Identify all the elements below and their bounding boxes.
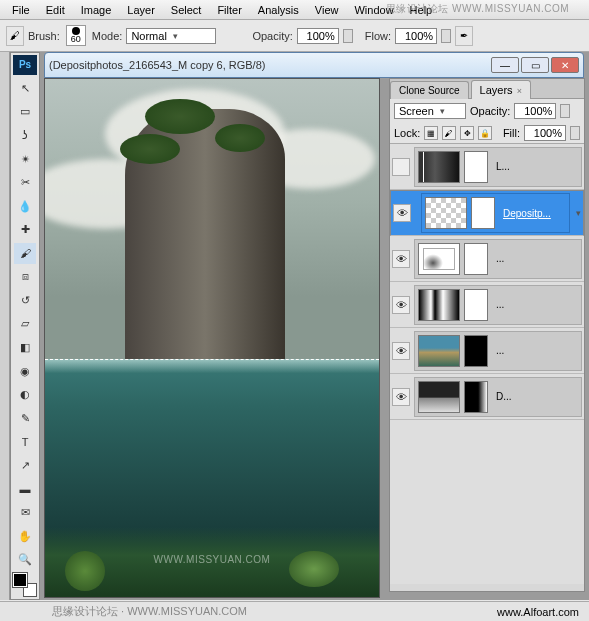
mode-select[interactable]: Normal [126,28,216,44]
eyedropper-tool-icon[interactable]: 💧 [14,195,36,217]
zoom-tool-icon[interactable]: 🔍 [14,549,36,571]
footer-watermark: 思缘设计论坛 · WWW.MISSYUAN.COM [52,604,247,619]
blend-mode-select[interactable]: Screen [394,103,466,119]
tab-clone-source[interactable]: Clone Source [390,81,469,99]
layer-mask-thumb[interactable] [464,335,488,367]
layer-name: ... [496,253,504,264]
layer-mask-thumb[interactable] [464,243,488,275]
options-bar: 🖌 Brush: 60 Mode: Normal Opacity: 100% F… [0,20,589,52]
layer-thumb[interactable] [418,243,460,275]
layer-thumb[interactable] [418,289,460,321]
watermark-top: 思缘设计论坛 WWW.MISSYUAN.COM [386,2,569,16]
layers-panel: Clone Source Layers× Screen Opacity: 100… [389,78,585,592]
lasso-tool-icon[interactable]: ʖ [14,125,36,147]
visibility-toggle-icon[interactable]: 👁 [392,250,410,268]
notes-tool-icon[interactable]: ✉ [14,502,36,524]
history-brush-tool-icon[interactable]: ↺ [14,290,36,312]
lock-pixels-icon[interactable]: 🖌 [442,126,456,140]
layer-name: Depositp... [503,208,551,219]
opacity-arrow-icon[interactable] [560,104,570,118]
stamp-tool-icon[interactable]: ⧇ [14,266,36,288]
healing-tool-icon[interactable]: ✚ [14,219,36,241]
menu-select[interactable]: Select [163,2,210,18]
visibility-toggle-icon[interactable] [392,158,410,176]
opacity-flyout-icon[interactable] [343,29,353,43]
layer-row[interactable]: L... [390,144,584,190]
layer-mask-thumb[interactable] [471,197,495,229]
shape-tool-icon[interactable]: ▬ [14,478,36,500]
path-tool-icon[interactable]: ↗ [14,455,36,477]
opacity-label: Opacity: [252,30,292,42]
layer-thumb[interactable] [418,151,460,183]
document-titlebar[interactable]: (Depositphotos_2166543_M copy 6, RGB/8) … [44,52,584,78]
dodge-tool-icon[interactable]: ◐ [14,384,36,406]
dock-strip [0,52,10,600]
selection-marquee [45,359,379,439]
layer-row[interactable]: 👁 ... [390,282,584,328]
type-tool-icon[interactable]: T [14,431,36,453]
footer-bar: 思缘设计论坛 · WWW.MISSYUAN.COM www.Alfoart.co… [0,601,589,621]
menu-edit[interactable]: Edit [38,2,73,18]
menu-file[interactable]: File [4,2,38,18]
wand-tool-icon[interactable]: ✴ [14,148,36,170]
brush-size-value: 60 [71,35,81,44]
minimize-button[interactable]: — [491,57,519,73]
opacity-input[interactable]: 100% [297,28,339,44]
layer-list: L... 👁 Depositp... 👁 ... 👁 ... 👁 ... 👁 D… [390,144,584,584]
layer-row[interactable]: 👁 D... [390,374,584,420]
flow-flyout-icon[interactable] [441,29,451,43]
blur-tool-icon[interactable]: ◉ [14,360,36,382]
layer-row[interactable]: 👁 ... [390,328,584,374]
maximize-button[interactable]: ▭ [521,57,549,73]
close-icon[interactable]: × [517,86,522,96]
footer-credit: www.Alfoart.com [497,606,579,618]
lock-all-icon[interactable]: 🔒 [478,126,492,140]
layer-mask-thumb[interactable] [464,381,488,413]
visibility-toggle-icon[interactable]: 👁 [392,342,410,360]
move-tool-icon[interactable]: ↖ [14,78,36,100]
fill-input[interactable]: 100% [524,125,566,141]
brush-label: Brush: [28,30,60,42]
menu-analysis[interactable]: Analysis [250,2,307,18]
layer-opacity-input[interactable]: 100% [514,103,556,119]
layer-row[interactable]: 👁 Depositp... [390,190,584,236]
tool-preset-icon[interactable]: 🖌 [6,26,24,46]
eraser-tool-icon[interactable]: ▱ [14,313,36,335]
airbrush-toggle-icon[interactable]: ✒ [455,26,473,46]
menu-layer[interactable]: Layer [119,2,163,18]
ps-logo-icon: Ps [13,55,37,75]
pen-tool-icon[interactable]: ✎ [14,407,36,429]
layer-row[interactable]: 👁 ... [390,236,584,282]
lock-label: Lock: [394,127,420,139]
hand-tool-icon[interactable]: ✋ [14,525,36,547]
canvas[interactable]: WWW.MISSYUAN.COM [44,78,380,598]
fill-arrow-icon[interactable] [570,126,580,140]
layer-thumb[interactable] [418,381,460,413]
layer-name: L... [496,161,510,172]
color-swatches[interactable] [13,573,37,596]
layer-mask-thumb[interactable] [464,289,488,321]
lock-pos-icon[interactable]: ✥ [460,126,474,140]
layer-mask-thumb[interactable] [464,151,488,183]
menu-filter[interactable]: Filter [209,2,249,18]
gradient-tool-icon[interactable]: ◧ [14,337,36,359]
mode-label: Mode: [92,30,123,42]
brush-preset-picker[interactable]: 60 [66,25,86,46]
tab-layers[interactable]: Layers× [471,80,531,99]
layer-thumb[interactable] [418,335,460,367]
flow-input[interactable]: 100% [395,28,437,44]
brush-tool-icon[interactable]: 🖌 [14,243,36,265]
crop-tool-icon[interactable]: ✂ [14,172,36,194]
fg-color-icon[interactable] [13,573,27,587]
close-button[interactable]: ✕ [551,57,579,73]
visibility-toggle-icon[interactable]: 👁 [392,296,410,314]
layer-thumb[interactable] [425,197,467,229]
lock-trans-icon[interactable]: ▦ [424,126,438,140]
marquee-tool-icon[interactable]: ▭ [14,101,36,123]
menu-view[interactable]: View [307,2,347,18]
visibility-toggle-icon[interactable]: 👁 [393,204,411,222]
visibility-toggle-icon[interactable]: 👁 [392,388,410,406]
menu-image[interactable]: Image [73,2,120,18]
fill-label: Fill: [503,127,520,139]
layer-name: ... [496,299,504,310]
